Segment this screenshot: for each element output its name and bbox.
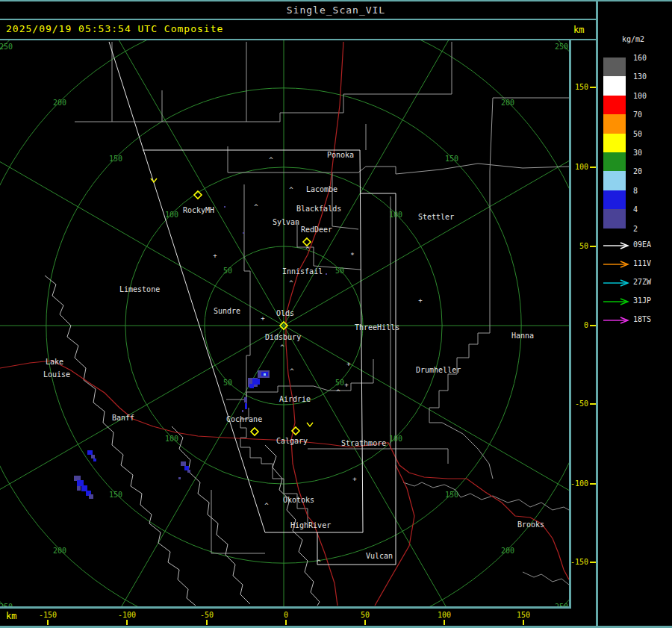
precip-echo — [224, 206, 225, 208]
ring-distance-label: 200 — [501, 99, 514, 107]
city-label-ponoka: Ponoka — [327, 151, 354, 159]
city-label-hanna: Hanna — [511, 332, 534, 340]
radar-arrow-icon — [602, 314, 633, 329]
color-scale-value: 130 — [633, 72, 647, 81]
x-axis-unit-label: km — [6, 611, 16, 621]
city-label-rockymh: RockyMH — [183, 206, 214, 214]
y-axis-tick — [590, 483, 596, 485]
radar-map-canvas[interactable]: 5050505010010010010015015015015020020020… — [0, 40, 569, 606]
x-axis-tick — [126, 620, 128, 625]
town-marker: ^ — [280, 343, 284, 351]
radar-id-label: 31JP — [633, 296, 651, 305]
x-axis-label: 150 — [508, 611, 538, 619]
color-scale-value: 20 — [633, 167, 642, 175]
precip-echo — [87, 450, 93, 455]
radar-id-label: 27ZW — [633, 278, 651, 286]
town-marker: ^ — [336, 388, 340, 396]
color-scale-value: 50 — [633, 130, 642, 138]
city-label-vulcan: Vulcan — [366, 552, 393, 560]
color-scale-block — [603, 171, 626, 190]
precip-echo — [178, 477, 181, 479]
ring-distance-label: 100 — [165, 211, 178, 219]
x-axis-label: -100 — [112, 611, 142, 619]
city-label-blackfalds: Blackfalds — [296, 205, 341, 213]
ring-distance-label: 150 — [109, 491, 122, 499]
city-label-okotoks: Okotoks — [283, 496, 314, 504]
precip-echo — [93, 458, 96, 461]
color-scale-block — [603, 152, 626, 171]
precip-echo — [326, 273, 327, 275]
precip-echo — [245, 403, 247, 409]
precip-echo — [249, 384, 254, 388]
y-axis-label: -100 — [569, 479, 588, 488]
ring-distance-label: 200 — [53, 547, 66, 555]
town-marker: + — [418, 296, 423, 304]
y-axis-label: 50 — [569, 242, 588, 250]
x-axis-tick — [285, 620, 287, 625]
city-label-threehills: ThreeHills — [355, 323, 399, 332]
town-marker: + — [344, 381, 349, 388]
city-label-drumheller: Drumheller — [416, 366, 461, 374]
town-marker: ^ — [290, 367, 294, 375]
town-marker: + — [346, 360, 351, 367]
precip-echo — [89, 494, 93, 499]
town-marker: ^ — [289, 186, 293, 193]
x-axis-label: 100 — [429, 611, 459, 619]
precip-echo — [81, 485, 87, 491]
city-label-stettler: Stettler — [418, 213, 454, 221]
town-marker: ^ — [254, 203, 258, 211]
ring-distance-label: 50 — [335, 379, 344, 387]
precip-echo — [91, 455, 95, 458]
radar-arrow-icon — [602, 240, 633, 254]
y-axis-tick — [590, 246, 596, 247]
y-axis-label: 0 — [569, 321, 588, 329]
color-scale-block — [603, 57, 626, 76]
town-marker: + — [352, 475, 357, 482]
ring-distance-label: 100 — [389, 435, 402, 443]
color-scale-block — [603, 76, 626, 95]
color-scale-value: 4 — [633, 205, 638, 214]
precip-echo — [244, 397, 247, 402]
precip-echo — [264, 373, 266, 376]
city-label-strathmore: Strathmore — [341, 439, 386, 447]
y-axis-unit-label: km — [573, 25, 584, 35]
x-axis-tick — [206, 620, 208, 625]
city-label-olds: Olds — [276, 309, 294, 317]
y-axis-label: -50 — [569, 400, 588, 408]
town-marker: ^ — [305, 246, 310, 253]
city-label-didsbury: Didsbury — [265, 333, 301, 341]
x-axis-label: 0 — [271, 611, 301, 619]
town-marker: ^ — [269, 156, 273, 164]
legend-unit-label: kg/m2 — [622, 35, 644, 43]
x-axis-label: 50 — [350, 611, 380, 619]
y-axis-tick — [590, 403, 596, 405]
ring-distance-label: 100 — [165, 435, 178, 443]
city-label-sundre: Sundre — [214, 307, 240, 315]
x-axis-label: -50 — [192, 611, 222, 619]
precip-echo — [243, 232, 244, 234]
y-axis-tick — [590, 325, 596, 326]
city-label-calgary: Calgary — [276, 437, 308, 445]
x-axis-tick — [364, 620, 366, 625]
precip-echo — [242, 410, 243, 412]
color-scale-value: 70 — [633, 111, 642, 119]
color-scale-value: 160 — [633, 54, 647, 62]
ring-distance-label: 150 — [445, 491, 458, 499]
city-label-lake: Lake — [46, 358, 63, 366]
color-scale-value: 30 — [633, 149, 642, 157]
ring-distance-label: 50 — [223, 267, 232, 275]
precip-echo — [77, 486, 81, 491]
radar-app-window: { "window": { "title": "Single_Scan_VIL"… — [0, 0, 672, 628]
ring-distance-label: 150 — [445, 155, 458, 163]
precip-echo — [181, 461, 186, 466]
city-label-cochrane: Cochrane — [226, 415, 262, 423]
town-marker: * — [350, 252, 354, 259]
ring-distance-label: 250 — [555, 43, 568, 51]
town-marker: ^ — [289, 279, 293, 287]
city-label-reddeer: RedDeer — [301, 226, 332, 234]
radar-id-label: 09EA — [633, 240, 651, 249]
precip-echo — [187, 470, 190, 473]
x-axis-tick — [444, 620, 445, 625]
y-axis-tick — [590, 562, 596, 563]
ring-distance-label: 50 — [223, 379, 232, 387]
